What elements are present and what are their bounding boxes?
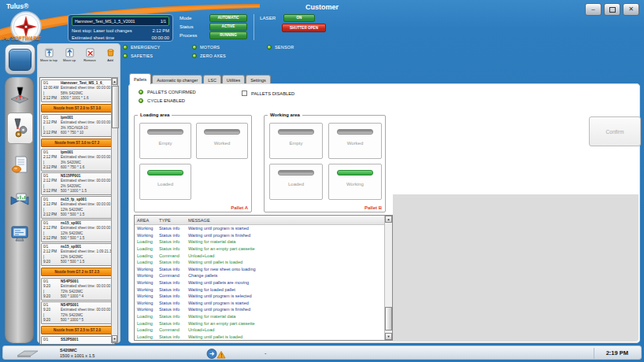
status-note: -	[265, 350, 266, 356]
pallet-status-bar	[204, 129, 240, 135]
header-divider	[254, 14, 254, 40]
column-header-area: AREA	[135, 218, 157, 223]
sidebar-item-control-screen[interactable]	[8, 222, 31, 246]
process-value-button[interactable]: RUNNING	[209, 31, 247, 39]
laser-block: LASER ON SHUTTER OPEN	[260, 14, 326, 32]
laser-on-button[interactable]: ON	[283, 14, 315, 22]
sidebar-item-reports[interactable]	[8, 153, 31, 177]
queue-job-item[interactable]: 0/1Hannover_Test_MS_1_6_ 12:00 AMEstimat…	[41, 79, 113, 102]
working-area-groupbox: Working area Empty Worked Loaded Working…	[264, 115, 386, 212]
confirm-button[interactable]: Confirm	[589, 116, 641, 146]
table-row: Working Status info Waiting until progra…	[135, 232, 392, 239]
table-scroll-thumb[interactable]	[385, 307, 392, 331]
panel-background-area	[393, 194, 638, 342]
queue-job-item[interactable]: 0/1SS2PS001	[41, 336, 113, 345]
queue-job-item[interactable]: 0/1ns15_sp001 2:12 PMEstimated sheet tim…	[41, 220, 113, 242]
green-led-icon	[192, 45, 197, 50]
sidebar-home-button[interactable]	[5, 44, 35, 75]
job-queue-panel: Move to top Move up Remove	[37, 43, 120, 343]
pallet-status-bar	[278, 129, 314, 135]
queue-scroll-thumb[interactable]	[112, 86, 119, 128]
scroll-up-icon[interactable]: ▲	[112, 78, 117, 85]
green-led-icon	[139, 98, 143, 103]
brand-subtitle: Pw SOFTWARE	[2, 35, 65, 41]
laser-head-icon	[9, 85, 30, 105]
pallet-b-label: Pallet B	[365, 205, 382, 210]
column-header-message: MESSAGE	[186, 218, 392, 223]
move-to-top-icon	[44, 47, 54, 57]
close-button[interactable]: ✕	[623, 3, 639, 16]
tab-pallets[interactable]: Pallets	[129, 73, 151, 84]
clock: 2:19 PM	[606, 349, 628, 356]
pallet-status-bar	[147, 129, 183, 135]
queue-job-item[interactable]: 0/1ns15_sp001 2:12 PMEstimated sheet tim…	[41, 243, 113, 266]
alarm-status-icon[interactable]: !	[206, 348, 227, 360]
table-row: Loading Status info Waiting until pallet…	[135, 334, 392, 341]
status-led-sensor: SENSOR	[267, 45, 294, 50]
pallet-cell-worked: Worked	[328, 123, 382, 159]
queue-toolbar: Move to top Move up Remove	[39, 46, 120, 62]
queue-job-item[interactable]: 0/1NS4PS001 9:20Estimated sheet time: 00…	[41, 278, 113, 301]
window-controls: – ✕	[585, 3, 639, 16]
table-row: Loading Status info Waiting for an empty…	[135, 320, 392, 327]
queue-job-item[interactable]: 0/1lpm001 2:12 PMEstimated sheet time: 0…	[41, 149, 113, 172]
table-row: Working Status info Waiting until pallet…	[135, 279, 392, 286]
program-count: 1/1	[161, 19, 166, 24]
home-icon	[9, 49, 31, 71]
status-led-safeties: SAFETIES	[123, 54, 153, 58]
cycle-enabled-led: CYCLE ENABLED	[139, 98, 185, 103]
queue-scrollbar[interactable]: ▲ ▼	[111, 77, 118, 343]
add-button[interactable]: Add	[101, 46, 120, 62]
active-program-field[interactable]: Hannover_Test_MS_1_5_V2001 1/1	[72, 17, 169, 26]
queue-list: 0/1Hannover_Test_MS_1_6_ 12:00 AMEstimat…	[39, 77, 115, 345]
remove-button[interactable]: Remove	[80, 46, 99, 62]
machine-state-block: Mode AUTOMATIC Status ACTIVE Process RUN…	[180, 14, 247, 40]
table-header-row: AREA TYPE MESSAGE	[135, 216, 392, 225]
queue-tool-change-item[interactable]: Nozzle from ST 3.0 to GT 2	[41, 139, 113, 147]
sidebar-item-machine-monitor[interactable]	[8, 189, 31, 212]
mode-value-button[interactable]: AUTOMATIC	[209, 14, 247, 22]
scroll-up-icon[interactable]: ▲	[385, 216, 392, 223]
green-led-icon	[139, 90, 143, 94]
status-value-button[interactable]: ACTIVE	[209, 23, 247, 31]
machine-chart-icon	[9, 190, 30, 211]
sidebar-item-process-active[interactable]	[7, 113, 33, 144]
minimize-button[interactable]: –	[585, 3, 601, 16]
status-led-zero-axes: ZERO AXES	[192, 54, 226, 58]
laser-shutter-button[interactable]: SHUTTER OPEN	[282, 24, 326, 32]
status-led-motors: MOTORS	[192, 45, 220, 50]
table-row: Working Status info Waiting for loaded p…	[135, 286, 392, 293]
sheet-icon	[16, 349, 39, 359]
add-icon	[105, 47, 116, 57]
queue-tool-change-item[interactable]: Nozzle from ST 2.0 to ST 3.0	[41, 104, 113, 113]
next-stop-time: 2:12 PM	[152, 28, 169, 33]
queue-job-item[interactable]: 0/1ns15_fp_sp001 2:12 PMEstimated sheet …	[41, 196, 113, 219]
move-up-button[interactable]: Move up	[60, 46, 79, 62]
queue-tool-change-item[interactable]: Nozzle from GT 2 to ST 2.5	[41, 268, 113, 276]
table-row: Working Command Change pallets	[135, 272, 392, 279]
table-row: Loading Command Unload+Load	[135, 252, 392, 259]
scroll-down-icon[interactable]: ▼	[112, 335, 117, 342]
pallets-confirmed-led: PALLETS CONFIRMED	[139, 90, 196, 94]
current-sheet-info: S420MC 1500 x 1001 x 1.5	[60, 348, 94, 358]
pallet-cell-empty: Empty	[269, 123, 323, 159]
laser-process-gears-icon	[10, 117, 31, 139]
queue-job-item[interactable]: 0/1lpm001 2:12 PMEstimated sheet time: 0…	[41, 114, 113, 137]
remove-icon	[85, 47, 95, 57]
table-scrollbar[interactable]: ▲ ▼	[384, 216, 392, 340]
queue-tool-change-item[interactable]: Nozzle from ST 2.5 to ST 2.0	[41, 326, 113, 334]
scroll-down-icon[interactable]: ▼	[385, 333, 392, 340]
pallet-cell-worked: Worked	[196, 123, 248, 159]
queue-job-item[interactable]: 0/1NS15PP001 2:12 PMEstimated sheet time…	[41, 172, 113, 195]
column-header-type: TYPE	[157, 218, 186, 223]
sidebar-item-cutting[interactable]	[8, 83, 31, 107]
table-row: Loading Status info Waiting for an empty…	[135, 246, 392, 253]
pallet-a-label: Pallet A	[231, 205, 248, 210]
pallets-disabled-checkbox[interactable]	[242, 90, 247, 96]
queue-job-item[interactable]: 0/1NS4PS001 9:20Estimated sheet time: 00…	[41, 301, 113, 324]
maximize-button[interactable]	[604, 3, 620, 16]
move-to-top-button[interactable]: Move to top	[39, 46, 58, 62]
green-led-icon	[123, 54, 128, 58]
green-led-icon	[267, 45, 272, 50]
pallet-cell-loaded: Loaded	[269, 164, 323, 200]
